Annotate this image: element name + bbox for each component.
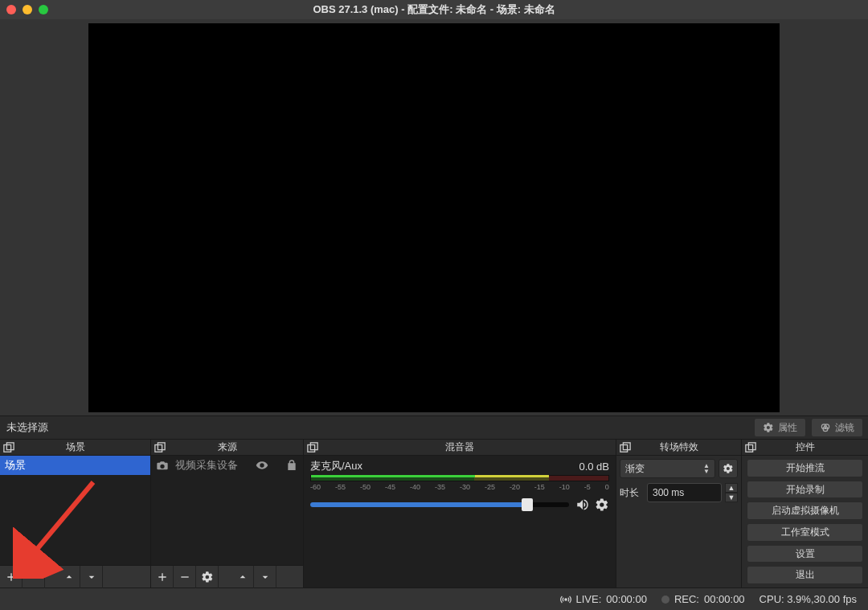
transition-selected: 渐变	[625, 462, 645, 476]
undock-icon	[620, 442, 631, 453]
controls-header[interactable]: 控件	[742, 440, 868, 456]
transitions-panel: 转场特效 渐变 ▲▼ 时长 300 ms ▲ ▼	[616, 440, 742, 587]
remove-scene-button[interactable]	[23, 566, 45, 588]
spin-down-button[interactable]: ▼	[725, 493, 738, 502]
settings-button[interactable]: 设置	[747, 545, 863, 563]
source-toolbar: 未选择源 属性 滤镜	[0, 416, 868, 440]
source-item-label: 视频采集设备	[175, 458, 238, 473]
svg-rect-12	[748, 443, 755, 450]
source-settings-button[interactable]	[196, 566, 219, 588]
live-label: LIVE:	[576, 593, 602, 605]
source-item[interactable]: 视频采集设备	[151, 456, 303, 475]
transition-settings-button[interactable]	[719, 459, 738, 478]
start-streaming-button[interactable]: 开始推流	[747, 459, 863, 477]
filters-label: 滤镜	[835, 421, 854, 435]
mixer-channel-name: 麦克风/Aux	[310, 459, 362, 473]
scenes-panel: 场景 场景	[0, 440, 151, 587]
add-scene-button[interactable]	[0, 566, 23, 588]
svg-rect-3	[4, 445, 11, 452]
minimize-window-button[interactable]	[23, 5, 32, 14]
properties-label: 属性	[778, 421, 797, 435]
speaker-icon[interactable]	[575, 497, 590, 512]
tick: -25	[485, 483, 495, 491]
panels-row: 场景 场景 来源 视频采集设备	[0, 440, 868, 587]
undock-icon	[307, 442, 318, 453]
transition-select[interactable]: 渐变 ▲▼	[620, 459, 715, 478]
lock-toggle[interactable]	[285, 459, 298, 472]
sources-list[interactable]: 视频采集设备	[151, 456, 303, 565]
start-virtual-camera-button[interactable]: 启动虚拟摄像机	[747, 502, 863, 520]
no-source-label: 未选择源	[5, 420, 48, 435]
start-recording-button[interactable]: 开始录制	[747, 481, 863, 499]
duration-value: 300 ms	[653, 487, 684, 498]
cpu-text: CPU: 3.9%,30.00 fps	[760, 593, 857, 605]
duration-label: 时长	[620, 486, 644, 500]
remove-source-button[interactable]	[174, 566, 196, 588]
plus-icon	[156, 571, 169, 583]
tick: -15	[534, 483, 545, 491]
properties-button[interactable]: 属性	[754, 418, 806, 437]
move-scene-up-button[interactable]	[58, 566, 80, 588]
mixer-body: 麦克风/Aux 0.0 dB -60 -55 -50 -45 -40 -35 -…	[304, 456, 616, 587]
scene-item-selected[interactable]: 场景	[0, 456, 150, 475]
volume-row	[310, 497, 609, 512]
sources-header[interactable]: 来源	[151, 440, 303, 456]
mixer-channel-level: 0.0 dB	[579, 461, 609, 473]
add-source-button[interactable]	[151, 566, 174, 588]
svg-rect-9	[620, 445, 628, 452]
rec-label: REC:	[674, 593, 699, 605]
svg-rect-5	[155, 445, 162, 452]
chevron-down-icon	[259, 571, 272, 583]
maximize-window-button[interactable]	[39, 5, 48, 14]
exit-button[interactable]: 退出	[747, 566, 863, 584]
tick: -60	[310, 483, 321, 491]
slider-thumb[interactable]	[522, 498, 533, 511]
minus-icon	[178, 571, 191, 583]
tick: -30	[460, 483, 470, 491]
meter-ticks: -60 -55 -50 -45 -40 -35 -30 -25 -20 -15 …	[310, 483, 609, 491]
gear-icon	[763, 422, 774, 433]
preview-area	[0, 19, 868, 416]
volume-slider[interactable]	[310, 502, 569, 507]
chevron-up-icon	[236, 571, 249, 583]
move-source-down-button[interactable]	[254, 566, 276, 588]
chevron-down-icon	[85, 571, 98, 583]
close-window-button[interactable]	[6, 5, 16, 14]
gear-icon	[201, 571, 214, 583]
preview-canvas[interactable]	[88, 23, 780, 412]
filters-button[interactable]: 滤镜	[811, 418, 863, 437]
tick: -45	[385, 483, 395, 491]
rec-time: 00:00:00	[704, 593, 745, 605]
spin-up-button[interactable]: ▲	[725, 483, 738, 493]
scenes-header[interactable]: 场景	[0, 440, 150, 456]
visibility-toggle[interactable]	[256, 459, 268, 472]
live-time: 00:00:00	[606, 593, 647, 605]
titlebar: OBS 27.1.3 (mac) - 配置文件: 未命名 - 场景: 未命名	[0, 0, 868, 19]
camera-icon	[156, 459, 169, 472]
duration-spinner[interactable]: ▲ ▼	[725, 483, 738, 502]
plus-icon	[5, 571, 18, 583]
scenes-footer	[0, 565, 150, 587]
move-source-up-button[interactable]	[231, 566, 254, 588]
mixer-title: 混音器	[445, 440, 474, 454]
mixer-panel: 混音器 麦克风/Aux 0.0 dB -60 -55 -50 -45 -40 -…	[304, 440, 616, 587]
duration-input[interactable]: 300 ms	[647, 483, 722, 502]
tick: -40	[410, 483, 420, 491]
tick: -20	[510, 483, 520, 491]
svg-rect-10	[623, 443, 630, 450]
move-scene-down-button[interactable]	[80, 566, 103, 588]
sources-panel: 来源 视频采集设备	[151, 440, 304, 587]
gear-icon[interactable]	[595, 497, 609, 512]
studio-mode-button[interactable]: 工作室模式	[747, 523, 863, 542]
transitions-title: 转场特效	[660, 440, 698, 454]
mixer-header[interactable]: 混音器	[304, 440, 616, 456]
transitions-header[interactable]: 转场特效	[616, 440, 741, 456]
svg-rect-4	[6, 443, 14, 450]
scenes-list[interactable]: 场景	[0, 456, 150, 565]
chevron-up-icon	[63, 571, 76, 583]
record-dot-icon	[661, 596, 669, 604]
sources-footer	[151, 565, 303, 587]
tick: -5	[584, 483, 591, 491]
tick: -35	[435, 483, 445, 491]
audio-meter	[310, 475, 609, 481]
